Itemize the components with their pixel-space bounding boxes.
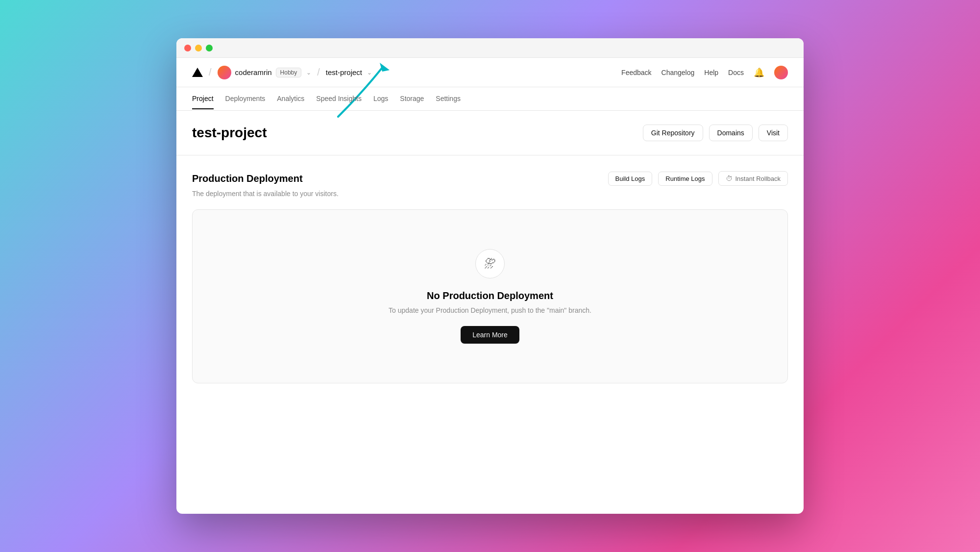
nav-separator-1: /: [209, 67, 212, 78]
tab-deployments[interactable]: Deployments: [225, 89, 266, 109]
cloud-lightning-icon: ⛈: [484, 257, 496, 271]
main-content: / coderamrin Hobby ⌄ / test-project ⌄ Fe…: [176, 58, 804, 514]
close-button[interactable]: [184, 45, 191, 51]
page-title: test-project: [192, 125, 267, 141]
git-repository-button[interactable]: Git Repository: [643, 125, 703, 141]
top-nav-left: / coderamrin Hobby ⌄ / test-project ⌄: [192, 66, 621, 79]
tab-project[interactable]: Project: [192, 89, 214, 109]
empty-state-description: To update your Production Deployment, pu…: [389, 306, 591, 314]
docs-link[interactable]: Docs: [728, 69, 744, 76]
visit-button[interactable]: Visit: [759, 125, 788, 141]
top-nav-right: Feedback Changelog Help Docs 🔔: [621, 66, 788, 79]
empty-state-title: No Production Deployment: [427, 290, 553, 301]
cloud-icon-wrapper: ⛈: [475, 249, 505, 278]
browser-window: / coderamrin Hobby ⌄ / test-project ⌄ Fe…: [176, 38, 804, 514]
traffic-lights: [184, 45, 213, 51]
section-title: Production Deployment: [192, 173, 303, 184]
build-logs-button[interactable]: Build Logs: [608, 172, 653, 186]
nav-separator-2: /: [317, 67, 320, 78]
tab-speed-insights[interactable]: Speed Insights: [316, 89, 362, 109]
avatar: [218, 66, 231, 79]
notification-bell-icon[interactable]: 🔔: [754, 67, 764, 78]
instant-rollback-label: Instant Rollback: [735, 175, 781, 182]
vercel-logo[interactable]: [192, 68, 203, 77]
tab-settings[interactable]: Settings: [436, 89, 461, 109]
page-header: test-project Git Repository Domains Visi…: [176, 111, 804, 155]
runtime-logs-button[interactable]: Runtime Logs: [658, 172, 712, 186]
section-description: The deployment that is available to your…: [192, 190, 788, 198]
hobby-badge: Hobby: [276, 68, 302, 77]
username-label: coderamrin: [235, 68, 272, 76]
maximize-button[interactable]: [206, 45, 213, 51]
rollback-icon: ⏱: [726, 175, 733, 182]
production-section: Production Deployment Build Logs Runtime…: [176, 155, 804, 399]
page-header-actions: Git Repository Domains Visit: [643, 125, 788, 141]
changelog-link[interactable]: Changelog: [662, 69, 695, 76]
user-avatar-right[interactable]: [774, 66, 788, 79]
tab-logs[interactable]: Logs: [373, 89, 388, 109]
feedback-link[interactable]: Feedback: [621, 69, 651, 76]
domains-button[interactable]: Domains: [709, 125, 753, 141]
empty-state-card: ⛈ No Production Deployment To update you…: [192, 209, 788, 383]
chevron-down-icon[interactable]: ⌄: [306, 69, 311, 76]
minimize-button[interactable]: [195, 45, 202, 51]
section-actions: Build Logs Runtime Logs ⏱ Instant Rollba…: [608, 171, 788, 186]
instant-rollback-button[interactable]: ⏱ Instant Rollback: [718, 171, 788, 186]
title-bar: [176, 38, 804, 58]
sub-nav: Project Deployments Analytics Speed Insi…: [176, 87, 804, 111]
project-chevron-icon[interactable]: ⌄: [367, 69, 372, 76]
section-header: Production Deployment Build Logs Runtime…: [192, 171, 788, 186]
help-link[interactable]: Help: [704, 69, 718, 76]
project-name-nav: test-project: [326, 68, 362, 76]
top-nav: / coderamrin Hobby ⌄ / test-project ⌄ Fe…: [176, 58, 804, 87]
learn-more-button[interactable]: Learn More: [461, 326, 519, 344]
tab-storage[interactable]: Storage: [400, 89, 424, 109]
tab-analytics[interactable]: Analytics: [277, 89, 304, 109]
